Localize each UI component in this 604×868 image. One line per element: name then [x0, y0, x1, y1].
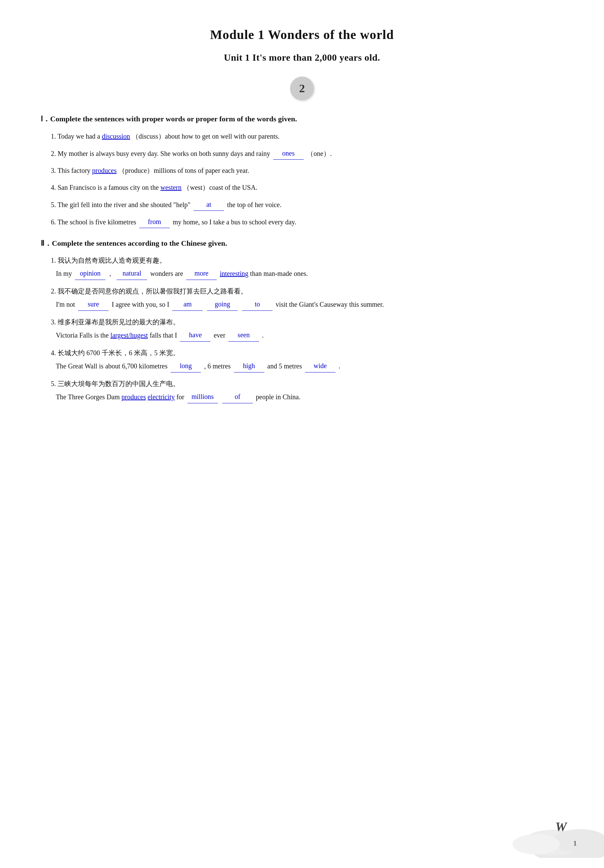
- english-4: The Great Wall is about 6,700 kilometres…: [51, 359, 563, 372]
- cloud-decoration: [502, 817, 604, 858]
- answer-natural: natural: [116, 267, 147, 280]
- answer-have: have: [180, 329, 211, 342]
- answer-largest-hugest: largest/hugest: [110, 332, 148, 339]
- unit-title: Unit 1 It's more than 2,000 years old.: [41, 52, 563, 63]
- item-number: 2.: [51, 150, 56, 157]
- section-i-list: 1. Today we had a discussion （discuss）ab…: [51, 130, 563, 228]
- svg-point-3: [513, 834, 560, 854]
- section-i-item-4: 4. San Francisco is a famous city on the…: [51, 181, 563, 194]
- answer-high: high: [234, 359, 264, 372]
- chinese-4: 4. 长城大约 6700 千米长，6 米高，5 米宽。: [51, 347, 563, 359]
- answer-produces-1: produces: [92, 167, 116, 174]
- answer-going: going: [207, 298, 238, 311]
- answer-sure: sure: [78, 298, 108, 311]
- answer-more: more: [186, 267, 217, 280]
- chinese-3: 3. 维多利亚瀑布是我所见过的最大的瀑布。: [51, 316, 563, 328]
- answer-seen: seen: [228, 329, 259, 342]
- section-i-item-5: 5. The girl fell into the river and she …: [51, 198, 563, 211]
- section-ii-item-2: 2. 我不确定是否同意你的观点，所以暑假我打算去巨人之路看看。 I'm not …: [51, 285, 563, 311]
- section-ii-list: 1. 我认为自然奇观比人造奇观更有趣。 In my opinion， natur…: [51, 254, 563, 403]
- answer-at: at: [194, 198, 224, 211]
- answer-ones: ones: [273, 147, 304, 160]
- chinese-1: 1. 我认为自然奇观比人造奇观更有趣。: [51, 254, 563, 266]
- answer-from: from: [139, 215, 170, 228]
- answer-long: long: [170, 359, 201, 372]
- english-2: I'm not sure I agree with you, so I am g…: [51, 298, 563, 311]
- section-ii-item-1: 1. 我认为自然奇观比人造奇观更有趣。 In my opinion， natur…: [51, 254, 563, 280]
- section-ii: Ⅱ．Complete the sentences according to th…: [41, 238, 563, 403]
- answer-am: am: [172, 298, 203, 311]
- answer-millions: millions: [187, 390, 218, 403]
- answer-to: to: [242, 298, 273, 311]
- answer-wide: wide: [305, 359, 336, 372]
- english-3: Victoria Falls is the largest/hugest fal…: [51, 329, 563, 342]
- item-number: 6.: [51, 218, 56, 226]
- section-i-heading: Ⅰ．Complete the sentences with proper wor…: [41, 114, 563, 124]
- section-i-item-3: 3. This factory produces （produce）millio…: [51, 164, 563, 177]
- item-number: 3.: [51, 167, 56, 174]
- section-ii-item-4: 4. 长城大约 6700 千米长，6 米高，5 米宽。 The Great Wa…: [51, 347, 563, 372]
- answer-produces-2: produces: [121, 393, 146, 401]
- section-ii-item-5: 5. 三峡大坝每年为数百万的中国人生产电。 The Three Gorges D…: [51, 378, 563, 403]
- english-5: The Three Gorges Dam produces electricit…: [51, 390, 563, 403]
- section-i-item-6: 6. The school is five kilometres from my…: [51, 215, 563, 228]
- page-number-circle: 2: [290, 77, 314, 100]
- item-number: 1.: [51, 133, 56, 140]
- answer-electricity: electricity: [147, 393, 175, 401]
- chinese-2: 2. 我不确定是否同意你的观点，所以暑假我打算去巨人之路看看。: [51, 285, 563, 297]
- answer-discussion: discussion: [102, 133, 130, 140]
- section-ii-heading: Ⅱ．Complete the sentences according to th…: [41, 238, 563, 248]
- item-number: 5.: [51, 201, 56, 208]
- english-1: In my opinion， natural wonders are more …: [51, 267, 563, 280]
- item-number: 4.: [51, 184, 56, 191]
- section-i-item-2: 2. My mother is always busy every day. S…: [51, 147, 563, 160]
- answer-interesting: interesting: [220, 270, 248, 277]
- module-title: Module 1 Wonders of the world: [41, 27, 563, 42]
- answer-opinion: opinion: [75, 267, 105, 280]
- chinese-5: 5. 三峡大坝每年为数百万的中国人生产电。: [51, 378, 563, 389]
- answer-western: western: [160, 184, 181, 191]
- section-i-item-1: 1. Today we had a discussion （discuss）ab…: [51, 130, 563, 143]
- answer-of: of: [222, 390, 253, 403]
- section-ii-item-3: 3. 维多利亚瀑布是我所见过的最大的瀑布。 Victoria Falls is …: [51, 316, 563, 342]
